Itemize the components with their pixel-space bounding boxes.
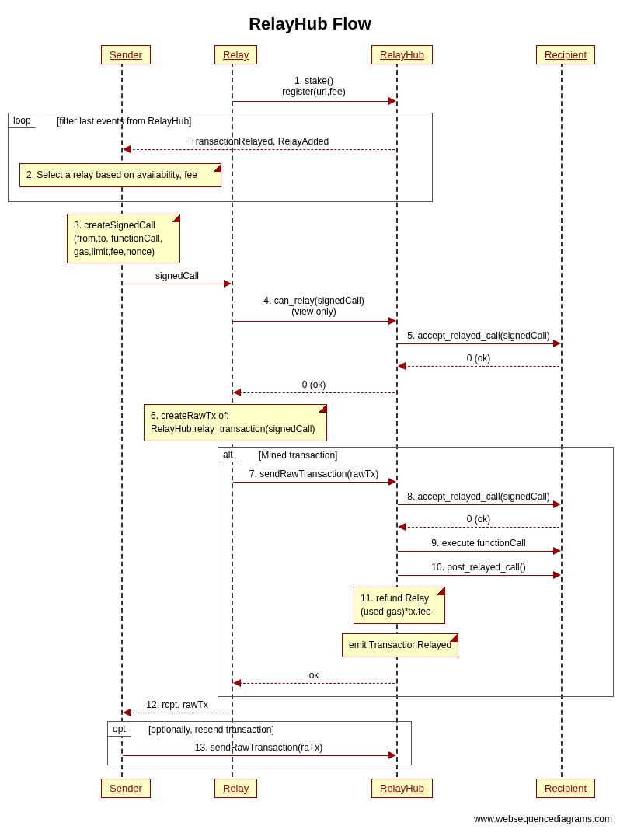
arrow-stake bbox=[233, 101, 388, 102]
actor-relayhub-bottom: RelayHub bbox=[371, 779, 433, 798]
note-refund: 11. refund Relay (used gas)*tx.fee bbox=[354, 587, 445, 624]
actor-relay-top: Relay bbox=[214, 45, 257, 64]
arrow-execute bbox=[398, 551, 553, 552]
dogear-icon bbox=[172, 214, 179, 222]
actor-sender-bottom: Sender bbox=[101, 779, 151, 798]
footer-link[interactable]: www.websequencediagrams.com bbox=[474, 814, 612, 824]
note-select-relay: 2. Select a relay based on availability,… bbox=[19, 163, 221, 187]
arrowhead-stake bbox=[388, 97, 396, 105]
arrow-sendraw bbox=[233, 482, 388, 483]
arrowhead-sendraw2 bbox=[388, 751, 396, 759]
note-refund-1: 11. refund Relay bbox=[361, 593, 429, 604]
arrowhead-sendraw bbox=[388, 478, 396, 486]
arrow-sendraw2 bbox=[123, 755, 388, 756]
arrow-ok4 bbox=[239, 683, 395, 684]
arrowhead-ok3 bbox=[398, 523, 406, 531]
arrow-accept1 bbox=[398, 343, 553, 344]
arrow-relayadded bbox=[129, 149, 395, 150]
dogear-icon bbox=[450, 634, 458, 642]
frame-loop: loop [filter last events from RelayHub] bbox=[8, 113, 433, 202]
msg-stake-text1: 1. stake() bbox=[294, 75, 333, 86]
msg-stake-text2: register(url,fee) bbox=[282, 86, 345, 97]
note-csc-3: gas,limit,fee,nonce) bbox=[74, 246, 155, 257]
msg-ok1: 0 (ok) bbox=[398, 353, 559, 364]
msg-ok3: 0 (ok) bbox=[398, 514, 559, 525]
dogear-icon bbox=[319, 405, 326, 413]
arrowhead-execute bbox=[553, 547, 561, 555]
note-crt-2: RelayHub.relay_transaction(signedCall) bbox=[151, 423, 315, 434]
frame-opt-label: opt bbox=[107, 721, 135, 737]
note-refund-2: (used gas)*tx.fee bbox=[361, 606, 431, 617]
actor-recipient-top: Recipient bbox=[536, 45, 595, 64]
dogear-icon bbox=[437, 587, 444, 595]
frame-alt-text: [Mined transaction] bbox=[259, 450, 337, 461]
arrow-signedcall bbox=[123, 284, 224, 284]
msg-accept1: 5. accept_relayed_call(signedCall) bbox=[398, 330, 559, 341]
note-createsignedcall: 3. createSignedCall (from,to, functionCa… bbox=[67, 214, 180, 263]
msg-accept2: 8. accept_relayed_call(signedCall) bbox=[398, 491, 559, 502]
msg-postrelayed: 10. post_relayed_call() bbox=[398, 562, 559, 573]
arrowhead-signedcall bbox=[224, 280, 232, 288]
arrow-ok1 bbox=[404, 366, 559, 367]
diagram-title: RelayHub Flow bbox=[0, 14, 620, 34]
note-crt-1: 6. createRawTx of: bbox=[151, 410, 229, 421]
frame-loop-label: loop bbox=[8, 113, 40, 128]
msg-ok4: ok bbox=[233, 670, 395, 681]
arrowhead-canrelay bbox=[388, 317, 396, 325]
msg-sendraw: 7. sendRawTransaction(rawTx) bbox=[233, 469, 395, 479]
msg-rcpt: 12. rcpt, rawTx bbox=[123, 699, 232, 710]
arrowhead-accept1 bbox=[553, 340, 561, 347]
actor-relayhub-top: RelayHub bbox=[371, 45, 433, 64]
note-emit: emit TransactionRelayed bbox=[342, 633, 458, 657]
msg-relayadded: TransactionRelayed, RelayAdded bbox=[124, 136, 395, 147]
arrow-postrelayed bbox=[398, 575, 553, 576]
note-csc-2: (from,to, functionCall, bbox=[74, 233, 162, 244]
note-csc-1: 3. createSignedCall bbox=[74, 220, 155, 231]
msg-canrelay: 4. can_relay(signedCall) (view only) bbox=[233, 295, 395, 317]
arrowhead-accept2 bbox=[553, 500, 561, 508]
note-select-relay-text: 2. Select a relay based on availability,… bbox=[26, 169, 197, 180]
actor-sender-top: Sender bbox=[101, 45, 151, 64]
frame-loop-text: [filter last events from RelayHub] bbox=[57, 116, 191, 127]
arrow-ok2 bbox=[239, 392, 395, 393]
dogear-icon bbox=[213, 164, 221, 172]
frame-opt-text: [optionally, resend transaction] bbox=[148, 724, 274, 735]
msg-sendraw2: 13. sendRawTransaction(raTx) bbox=[123, 742, 395, 753]
msg-signedcall: signedCall bbox=[123, 270, 232, 281]
msg-ok2: 0 (ok) bbox=[233, 379, 395, 390]
arrowhead-postrelayed bbox=[553, 571, 561, 579]
msg-canrelay-1: 4. can_relay(signedCall) bbox=[263, 295, 364, 306]
actor-relay-bottom: Relay bbox=[214, 779, 257, 798]
frame-alt-label: alt bbox=[218, 447, 242, 462]
sequence-diagram: RelayHub Flow Sender Relay RelayHub Reci… bbox=[0, 0, 620, 840]
arrow-canrelay bbox=[233, 321, 388, 322]
msg-stake: 1. stake() register(url,fee) bbox=[233, 75, 395, 97]
note-createrawtx: 6. createRawTx of: RelayHub.relay_transa… bbox=[144, 404, 327, 441]
msg-canrelay-2: (view only) bbox=[291, 306, 336, 317]
arrow-rcpt bbox=[129, 713, 230, 713]
msg-execute: 9. execute functionCall bbox=[398, 538, 559, 549]
arrow-accept2 bbox=[398, 504, 553, 505]
arrowhead-ok1 bbox=[398, 362, 406, 370]
arrowhead-ok2 bbox=[233, 389, 241, 396]
actor-recipient-bottom: Recipient bbox=[536, 779, 595, 798]
arrowhead-rcpt bbox=[123, 709, 131, 716]
arrowhead-ok4 bbox=[233, 679, 241, 687]
arrow-ok3 bbox=[404, 527, 559, 528]
arrowhead-relayadded bbox=[123, 145, 131, 153]
